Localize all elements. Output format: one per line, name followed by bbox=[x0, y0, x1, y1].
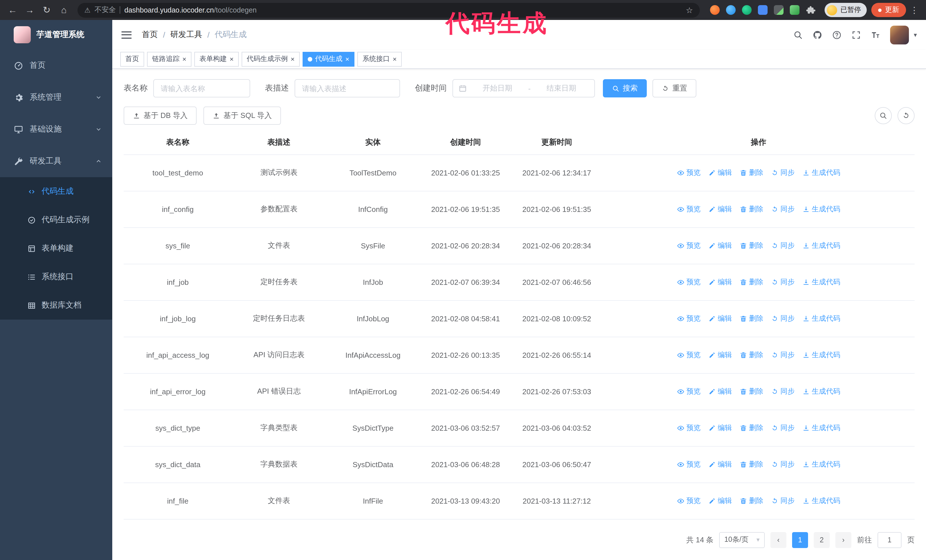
generate-code-link[interactable]: 生成代码 bbox=[802, 423, 840, 433]
sync-link[interactable]: 同步 bbox=[771, 350, 794, 360]
page-size-select[interactable]: 10条/页 ▾ bbox=[719, 532, 765, 548]
github-icon[interactable] bbox=[813, 30, 823, 39]
extensions-puzzle-icon[interactable] bbox=[806, 5, 816, 15]
edit-link[interactable]: 编辑 bbox=[708, 204, 732, 214]
preview-link[interactable]: 预览 bbox=[677, 386, 701, 396]
preview-link[interactable]: 预览 bbox=[677, 496, 701, 506]
import-db-button[interactable]: 基于 DB 导入 bbox=[124, 107, 197, 125]
sync-link[interactable]: 同步 bbox=[771, 496, 794, 506]
generate-code-link[interactable]: 生成代码 bbox=[802, 277, 840, 287]
edit-link[interactable]: 编辑 bbox=[708, 168, 732, 177]
tab-home[interactable]: 首页 bbox=[120, 51, 144, 66]
table-desc-input[interactable] bbox=[295, 79, 400, 97]
generate-code-link[interactable]: 生成代码 bbox=[802, 314, 840, 323]
delete-link[interactable]: 删除 bbox=[739, 168, 763, 177]
edit-link[interactable]: 编辑 bbox=[708, 386, 732, 396]
tab-codegen-example[interactable]: 代码生成示例× bbox=[242, 51, 300, 66]
preview-link[interactable]: 预览 bbox=[677, 350, 701, 360]
delete-link[interactable]: 删除 bbox=[739, 386, 763, 396]
font-size-icon[interactable] bbox=[871, 30, 881, 39]
close-icon[interactable]: × bbox=[230, 56, 234, 62]
browser-menu-icon[interactable]: ⋮ bbox=[910, 5, 918, 15]
close-icon[interactable]: × bbox=[182, 56, 186, 62]
edit-link[interactable]: 编辑 bbox=[708, 314, 732, 323]
delete-link[interactable]: 删除 bbox=[739, 277, 763, 287]
edit-link[interactable]: 编辑 bbox=[708, 241, 732, 251]
goto-page-input[interactable] bbox=[878, 532, 902, 548]
sidebar-toggle-icon[interactable] bbox=[121, 31, 132, 38]
address-bar[interactable]: ⚠ 不安全 dashboard.yudao.iocoder.cn/tool/co… bbox=[77, 3, 700, 17]
edit-link[interactable]: 编辑 bbox=[708, 459, 732, 469]
delete-link[interactable]: 删除 bbox=[739, 496, 763, 506]
fullscreen-icon[interactable] bbox=[852, 30, 861, 39]
sync-link[interactable]: 同步 bbox=[771, 314, 794, 323]
close-icon[interactable]: × bbox=[345, 56, 349, 62]
sidebar-item-codegen-example[interactable]: 代码生成示例 bbox=[0, 206, 112, 234]
edit-link[interactable]: 编辑 bbox=[708, 277, 732, 287]
delete-link[interactable]: 删除 bbox=[739, 204, 763, 214]
tab-codegen[interactable]: 代码生成× bbox=[303, 51, 354, 66]
generate-code-link[interactable]: 生成代码 bbox=[802, 459, 840, 469]
import-sql-button[interactable]: 基于 SQL 导入 bbox=[204, 107, 281, 125]
help-icon[interactable] bbox=[832, 30, 842, 39]
generate-code-link[interactable]: 生成代码 bbox=[802, 386, 840, 396]
sync-link[interactable]: 同步 bbox=[771, 168, 794, 177]
extension-icon-1[interactable] bbox=[710, 5, 720, 15]
edit-link[interactable]: 编辑 bbox=[708, 496, 732, 506]
preview-link[interactable]: 预览 bbox=[677, 314, 701, 323]
refresh-table-button[interactable] bbox=[897, 107, 915, 124]
extension-icon-3[interactable] bbox=[742, 5, 752, 15]
home-icon[interactable]: ⌂ bbox=[56, 2, 72, 18]
sidebar-item-infrastructure[interactable]: 基础设施 bbox=[0, 113, 112, 145]
preview-link[interactable]: 预览 bbox=[677, 241, 701, 251]
extension-icon-2[interactable] bbox=[726, 5, 736, 15]
generate-code-link[interactable]: 生成代码 bbox=[802, 241, 840, 251]
forward-icon[interactable]: → bbox=[22, 2, 38, 18]
search-icon[interactable] bbox=[793, 30, 803, 39]
sidebar-item-db-docs[interactable]: 数据库文档 bbox=[0, 291, 112, 320]
preview-link[interactable]: 预览 bbox=[677, 423, 701, 433]
delete-link[interactable]: 删除 bbox=[739, 423, 763, 433]
create-time-range-picker[interactable]: 开始日期 - 结束日期 bbox=[452, 79, 595, 97]
sync-link[interactable]: 同步 bbox=[771, 241, 794, 251]
sync-link[interactable]: 同步 bbox=[771, 386, 794, 396]
extension-icon-5[interactable] bbox=[774, 5, 784, 15]
delete-link[interactable]: 删除 bbox=[739, 241, 763, 251]
toggle-search-button[interactable] bbox=[875, 107, 892, 124]
generate-code-link[interactable]: 生成代码 bbox=[802, 204, 840, 214]
preview-link[interactable]: 预览 bbox=[677, 204, 701, 214]
extension-icon-4[interactable] bbox=[758, 5, 767, 15]
back-icon[interactable]: ← bbox=[5, 2, 21, 18]
preview-link[interactable]: 预览 bbox=[677, 277, 701, 287]
prev-page-button[interactable]: ‹ bbox=[770, 532, 787, 548]
next-page-button[interactable]: › bbox=[835, 532, 851, 548]
sidebar-item-system-management[interactable]: 系统管理 bbox=[0, 82, 112, 113]
delete-link[interactable]: 删除 bbox=[739, 459, 763, 469]
tab-tracing[interactable]: 链路追踪× bbox=[147, 51, 191, 66]
edit-link[interactable]: 编辑 bbox=[708, 423, 732, 433]
bookmark-star-icon[interactable]: ☆ bbox=[686, 5, 693, 15]
extension-icon-6[interactable] bbox=[790, 5, 799, 15]
generate-code-link[interactable]: 生成代码 bbox=[802, 168, 840, 177]
sidebar-item-system-api[interactable]: 系统接口 bbox=[0, 263, 112, 291]
edit-link[interactable]: 编辑 bbox=[708, 350, 732, 360]
tab-form-builder[interactable]: 表单构建× bbox=[194, 51, 239, 66]
user-avatar[interactable] bbox=[890, 25, 909, 44]
sync-link[interactable]: 同步 bbox=[771, 423, 794, 433]
close-icon[interactable]: × bbox=[393, 56, 396, 62]
sidebar-item-form-builder[interactable]: 表单构建 bbox=[0, 234, 112, 263]
sidebar-item-home[interactable]: 首页 bbox=[0, 50, 112, 82]
page-2-button[interactable]: 2 bbox=[814, 532, 830, 548]
search-button[interactable]: 搜索 bbox=[603, 79, 647, 97]
reload-icon[interactable]: ↻ bbox=[39, 2, 55, 18]
avatar-caret-icon[interactable]: ▾ bbox=[914, 31, 917, 38]
close-icon[interactable]: × bbox=[291, 56, 295, 62]
generate-code-link[interactable]: 生成代码 bbox=[802, 496, 840, 506]
delete-link[interactable]: 删除 bbox=[739, 350, 763, 360]
sync-link[interactable]: 同步 bbox=[771, 204, 794, 214]
sidebar-item-devtools[interactable]: 研发工具 bbox=[0, 145, 112, 177]
preview-link[interactable]: 预览 bbox=[677, 459, 701, 469]
update-button[interactable]: 更新 bbox=[871, 3, 906, 17]
sync-link[interactable]: 同步 bbox=[771, 277, 794, 287]
tab-system-api[interactable]: 系统接口× bbox=[357, 51, 402, 66]
